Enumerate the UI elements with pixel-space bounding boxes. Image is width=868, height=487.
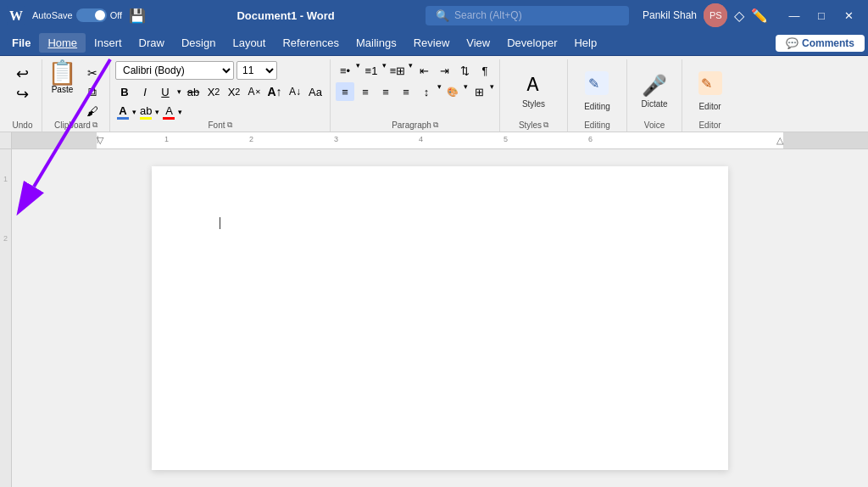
autosave-toggle[interactable]: [76, 8, 107, 22]
borders-dropdown[interactable]: ▾: [490, 82, 494, 101]
para-expand-icon[interactable]: ⧉: [433, 120, 438, 130]
svg-text:✎: ✎: [701, 76, 712, 91]
menu-item-insert[interactable]: Insert: [86, 33, 131, 53]
numbered-dropdown[interactable]: ▾: [382, 61, 387, 80]
justify-button[interactable]: ≡: [397, 82, 415, 101]
borders-button[interactable]: ⊞: [470, 82, 488, 101]
underline-button[interactable]: U: [156, 82, 175, 101]
autosave-area: AutoSave Off: [32, 8, 122, 22]
highlight-dropdown[interactable]: ▾: [155, 108, 159, 116]
menu-bar: File Home Insert Draw Design Layout Refe…: [0, 31, 868, 56]
multilevel-dropdown[interactable]: ▾: [409, 61, 413, 80]
font-size-select[interactable]: 11: [236, 61, 277, 80]
window-controls: — □ ✕: [782, 3, 861, 28]
menu-item-view[interactable]: View: [458, 33, 498, 53]
subscript-button[interactable]: X2: [204, 82, 223, 101]
bullet-list-button[interactable]: ≡•: [336, 61, 354, 80]
diamond-icon[interactable]: ◇: [734, 8, 744, 24]
search-box[interactable]: 🔍: [426, 6, 629, 25]
styles-group-label: Styles ⧉: [519, 120, 548, 132]
minimize-button[interactable]: —: [782, 3, 807, 28]
align-right-button[interactable]: ≡: [376, 82, 395, 101]
numbered-list-button[interactable]: ≡1: [362, 61, 381, 80]
menu-item-design[interactable]: Design: [173, 33, 224, 53]
increase-font-button[interactable]: A↑: [265, 82, 284, 101]
comments-button[interactable]: 💬 Comments: [776, 35, 865, 52]
bullet-dropdown[interactable]: ▾: [356, 61, 360, 80]
right-indent-marker[interactable]: △: [776, 135, 783, 146]
clear-format-button[interactable]: A✕: [245, 82, 264, 101]
ruler-mark-1: 1: [164, 135, 169, 143]
paste-button[interactable]: 📋 Paste: [47, 61, 77, 94]
undo-button[interactable]: ↩: [11, 64, 35, 83]
line-spacing-dropdown[interactable]: ▾: [437, 82, 442, 101]
shading-button[interactable]: 🎨: [443, 82, 462, 101]
decrease-indent-button[interactable]: ⇤: [415, 61, 433, 80]
font-expand-icon[interactable]: ⧉: [227, 120, 232, 130]
menu-item-file[interactable]: File: [3, 33, 39, 53]
font-name-select[interactable]: Calibri (Body): [115, 61, 234, 80]
menu-item-layout[interactable]: Layout: [224, 33, 274, 53]
save-icon[interactable]: 💾: [129, 8, 146, 24]
document-page[interactable]: [152, 166, 728, 470]
italic-button[interactable]: I: [136, 82, 154, 101]
text-color-button[interactable]: A: [161, 104, 176, 120]
pen-icon[interactable]: ✏️: [751, 8, 768, 24]
voice-group-label: Voice: [644, 120, 665, 132]
highlight-color-button[interactable]: ab: [138, 104, 153, 120]
toggle-knob: [95, 10, 105, 20]
menu-item-mailings[interactable]: Mailings: [348, 33, 405, 53]
show-marks-button[interactable]: ¶: [476, 61, 494, 80]
close-button[interactable]: ✕: [836, 3, 861, 28]
bold-button[interactable]: B: [115, 82, 134, 101]
superscript-button[interactable]: X2: [225, 82, 243, 101]
ribbon-editor-group: ✎ Editor Editor: [682, 59, 737, 132]
menu-item-home[interactable]: Home: [39, 33, 86, 53]
editing-icon[interactable]: ✎: [585, 71, 609, 100]
para-row-1: ≡• ▾ ≡1 ▾ ≡⊞ ▾ ⇤ ⇥ ⇅ ¶: [336, 61, 494, 80]
menu-item-help[interactable]: Help: [565, 33, 605, 53]
undo-icon: ↩: [16, 66, 29, 81]
ruler-mark-5: 5: [504, 135, 508, 143]
sort-button[interactable]: ⇅: [455, 61, 474, 80]
ribbon-voice-group: 🎤 Dictate Voice: [627, 59, 682, 132]
chevron-down-icon[interactable]: ▾: [177, 87, 181, 96]
search-input[interactable]: [454, 9, 619, 21]
font-color-dropdown[interactable]: ▾: [132, 108, 136, 116]
doc-scroll-area[interactable]: [12, 149, 868, 487]
editor-icon[interactable]: ✎: [698, 71, 722, 100]
text-color-dropdown[interactable]: ▾: [178, 108, 182, 116]
menu-item-developer[interactable]: Developer: [498, 33, 565, 53]
decrease-font-button[interactable]: A↓: [286, 82, 304, 101]
menu-item-references[interactable]: References: [274, 33, 347, 53]
cut-button[interactable]: ✂: [81, 64, 104, 81]
font-color-button[interactable]: A: [115, 104, 131, 120]
maximize-button[interactable]: □: [809, 3, 834, 28]
styles-label: Styles: [522, 99, 545, 109]
text-cursor: [220, 217, 220, 229]
font-row-2: B I U ▾ ab X2 X2 A✕ A↑ A↓ Aa: [115, 82, 325, 101]
dictate-icon[interactable]: 🎤: [642, 74, 667, 98]
format-painter-button[interactable]: 🖌: [81, 103, 104, 120]
menu-item-review[interactable]: Review: [405, 33, 459, 53]
strikethrough-button[interactable]: ab: [184, 82, 203, 101]
redo-button[interactable]: ↪: [11, 85, 35, 104]
line-spacing-button[interactable]: ↕: [417, 82, 436, 101]
avatar[interactable]: PS: [704, 3, 727, 27]
change-case-button[interactable]: Aa: [306, 82, 325, 101]
format-painter-icon: 🖌: [86, 104, 98, 118]
increase-indent-button[interactable]: ⇥: [435, 61, 453, 80]
redo-icon: ↪: [16, 87, 29, 102]
shading-dropdown[interactable]: ▾: [464, 82, 468, 101]
copy-button[interactable]: ⧉: [81, 83, 104, 101]
multilevel-list-button[interactable]: ≡⊞: [388, 61, 407, 80]
align-center-button[interactable]: ≡: [356, 82, 375, 101]
left-indent-marker[interactable]: ▽: [97, 135, 103, 146]
ruler-mark-2: 2: [249, 135, 253, 143]
menu-item-draw[interactable]: Draw: [131, 33, 173, 53]
align-left-button[interactable]: ≡: [336, 82, 354, 101]
clipboard-expand-icon[interactable]: ⧉: [92, 120, 97, 130]
styles-icon[interactable]: Ꭺ: [527, 74, 540, 96]
styles-expand-icon[interactable]: ⧉: [543, 120, 548, 130]
svg-text:W: W: [9, 8, 23, 23]
